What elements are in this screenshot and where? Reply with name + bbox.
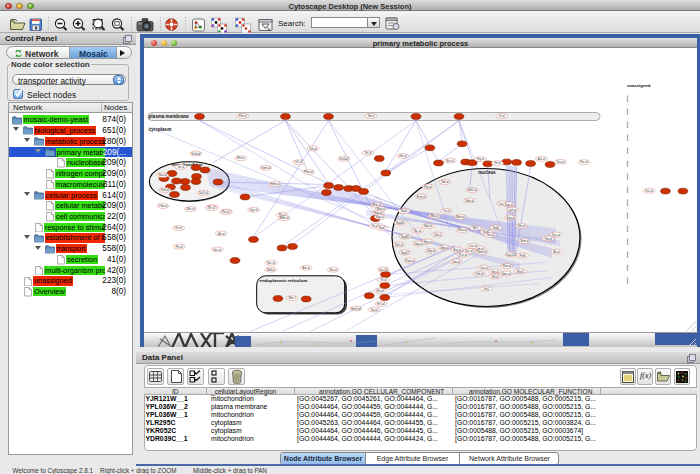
svg-text:Yip-al: Yip-al bbox=[370, 307, 377, 311]
svg-text:Itr-al: Itr-al bbox=[499, 114, 505, 118]
svg-text:Yrb-al: Yrb-al bbox=[544, 236, 552, 240]
svg-text:Pse-al: Pse-al bbox=[459, 252, 467, 256]
svg-text:Pma-al: Pma-al bbox=[304, 170, 313, 174]
svg-text:Pdr-al: Pdr-al bbox=[239, 114, 247, 118]
svg-text:Cbf-al: Cbf-al bbox=[434, 232, 442, 236]
svg-text:Ggc-al: Ggc-al bbox=[249, 208, 258, 212]
svg-text:Sss-al: Sss-al bbox=[552, 232, 560, 236]
svg-text:Vrg-al: Vrg-al bbox=[477, 157, 485, 161]
svg-text:Nup1: Nup1 bbox=[401, 209, 408, 213]
svg-text:Nce-al: Nce-al bbox=[159, 173, 167, 177]
svg-text:Msn5: Msn5 bbox=[517, 269, 524, 273]
svg-text:Sfc-al: Sfc-al bbox=[208, 206, 216, 210]
svg-text:Sam-al: Sam-al bbox=[261, 166, 270, 170]
svg-text:Brl-al: Brl-al bbox=[553, 249, 560, 253]
svg-text:Srp-al: Srp-al bbox=[491, 269, 499, 273]
svg-text:Smf-al: Smf-al bbox=[161, 188, 169, 192]
svg-text:Yku-al: Yku-al bbox=[486, 233, 494, 237]
svg-text:Erv-al: Erv-al bbox=[377, 302, 385, 306]
svg-text:Atr-al: Atr-al bbox=[218, 231, 225, 235]
svg-text:Pic-al: Pic-al bbox=[176, 244, 183, 248]
svg-text:Yor-al: Yor-al bbox=[177, 164, 185, 168]
svg-text:Itr2-al: Itr2-al bbox=[295, 160, 303, 164]
svg-text:Sss-al: Sss-al bbox=[580, 160, 588, 164]
svg-text:Atn-al: Atn-al bbox=[303, 265, 311, 269]
svg-text:Sit-al: Sit-al bbox=[494, 161, 501, 165]
svg-text:unassigned: unassigned bbox=[627, 83, 651, 88]
svg-text:Sec-al: Sec-al bbox=[267, 260, 275, 264]
svg-text:Nce-al: Nce-al bbox=[446, 158, 454, 162]
svg-text:Rna-al: Rna-al bbox=[458, 228, 467, 232]
svg-text:Ktr-al: Ktr-al bbox=[175, 226, 182, 230]
svg-text:Nic-al: Nic-al bbox=[414, 228, 422, 232]
svg-text:Ssu-al: Ssu-al bbox=[557, 159, 565, 163]
svg-text:Sm-4: Sm-4 bbox=[368, 114, 375, 118]
svg-text:Nab-al: Nab-al bbox=[465, 198, 474, 202]
svg-text:Sec-al: Sec-al bbox=[213, 247, 221, 251]
svg-text:Tim-al: Tim-al bbox=[309, 146, 317, 150]
svg-text:Ato-al: Ato-al bbox=[538, 157, 546, 161]
svg-text:Cex-al: Cex-al bbox=[480, 265, 488, 269]
svg-text:Gsp-al: Gsp-al bbox=[414, 241, 423, 245]
svg-text:Nup57: Nup57 bbox=[401, 250, 410, 254]
svg-text:Mrs-al: Mrs-al bbox=[187, 207, 195, 211]
svg-text:Yrb2: Yrb2 bbox=[483, 286, 489, 290]
svg-text:Rat-al: Rat-al bbox=[453, 247, 461, 251]
svg-text:Cnb-al: Cnb-al bbox=[475, 272, 484, 276]
svg-text:Yra-al: Yra-al bbox=[443, 209, 451, 213]
svg-text:Ntf-al: Ntf-al bbox=[492, 274, 499, 278]
svg-text:Sal1-al: Sal1-al bbox=[199, 191, 208, 195]
svg-text:Mtr2: Mtr2 bbox=[473, 226, 479, 230]
svg-text:Sdt-al: Sdt-al bbox=[441, 180, 449, 184]
svg-text:Smc-al: Smc-al bbox=[502, 271, 511, 275]
svg-text:Nmd-al: Nmd-al bbox=[477, 250, 486, 254]
svg-text:Ecm-al: Ecm-al bbox=[417, 194, 426, 198]
svg-text:Nup-al: Nup-al bbox=[506, 215, 515, 219]
svg-text:Lph-al: Lph-al bbox=[509, 207, 517, 211]
svg-text:Pom-al: Pom-al bbox=[406, 258, 415, 262]
svg-text:Mns-l: Mns-l bbox=[289, 296, 296, 300]
svg-text:Hnm-al: Hnm-al bbox=[270, 182, 279, 186]
svg-text:plasma membrane: plasma membrane bbox=[149, 114, 190, 119]
svg-text:Yhm-al: Yhm-al bbox=[159, 204, 168, 208]
svg-text:Los-al: Los-al bbox=[469, 244, 477, 248]
svg-text:Sss-al: Sss-al bbox=[645, 188, 653, 192]
svg-text:Mex-al: Mex-al bbox=[456, 215, 465, 219]
svg-text:Nup60: Nup60 bbox=[396, 220, 405, 224]
svg-text:Gbp-al: Gbp-al bbox=[440, 245, 449, 249]
svg-text:Gls-al: Gls-al bbox=[376, 289, 384, 293]
svg-text:Kap-al: Kap-al bbox=[376, 215, 384, 219]
svg-text:Schko2: Schko2 bbox=[191, 151, 201, 155]
svg-text:Prp-al: Prp-al bbox=[424, 184, 432, 188]
svg-text:Nup2: Nup2 bbox=[379, 226, 386, 230]
svg-text:Yif-al: Yif-al bbox=[380, 278, 387, 282]
svg-text:Sxm-al: Sxm-al bbox=[520, 239, 529, 243]
svg-text:Schko2: Schko2 bbox=[339, 156, 349, 160]
svg-text:Kap-al: Kap-al bbox=[505, 202, 513, 206]
svg-text:Nup85: Nup85 bbox=[401, 234, 410, 238]
svg-text:Pdr6: Pdr6 bbox=[520, 253, 526, 257]
svg-text:endoplasmic reticulum: endoplasmic reticulum bbox=[260, 278, 308, 283]
svg-text:Mdl-al: Mdl-al bbox=[267, 267, 275, 271]
svg-text:Mtm-al: Mtm-al bbox=[280, 216, 289, 220]
svg-text:Smt3-al: Smt3-al bbox=[351, 306, 361, 310]
svg-text:Ran-al: Ran-al bbox=[503, 264, 512, 268]
svg-text:Mtr-al: Mtr-al bbox=[237, 156, 245, 160]
svg-text:Hrp-al: Hrp-al bbox=[424, 239, 432, 243]
svg-text:Pet-al: Pet-al bbox=[222, 210, 230, 214]
svg-text:Hxt-al: Hxt-al bbox=[399, 154, 407, 158]
svg-text:Gle-al: Gle-al bbox=[518, 224, 526, 228]
svg-text:Mlp-al: Mlp-al bbox=[431, 214, 439, 218]
svg-text:Kap123: Kap123 bbox=[506, 252, 516, 256]
svg-text:Sec24: Sec24 bbox=[379, 267, 387, 271]
svg-text:Sdt1-al: Sdt1-al bbox=[468, 188, 477, 192]
svg-text:Yhl-al: Yhl-al bbox=[364, 151, 372, 155]
svg-text:Tom-al: Tom-al bbox=[452, 259, 461, 263]
svg-text:Nab2: Nab2 bbox=[493, 225, 500, 229]
svg-text:Seh-al: Seh-al bbox=[395, 242, 403, 246]
svg-text:nucleus: nucleus bbox=[478, 169, 496, 174]
svg-text:Dbp-al: Dbp-al bbox=[427, 249, 436, 253]
svg-text:Sar-al: Sar-al bbox=[329, 267, 337, 271]
svg-text:Npl-al: Npl-al bbox=[424, 224, 432, 228]
